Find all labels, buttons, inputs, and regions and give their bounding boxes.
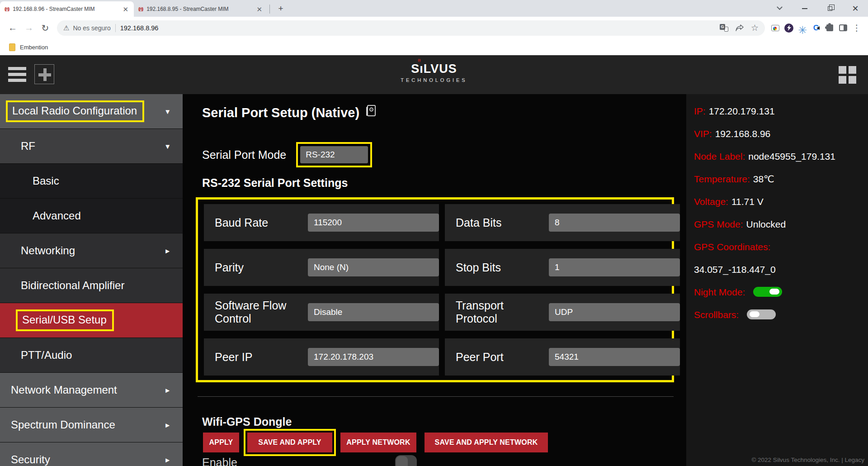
silvus-logo: Sı(•)LVUS TECHNOLOGIES <box>0 62 868 83</box>
baud-rate-select[interactable]: 115200 <box>308 214 439 232</box>
rs232-settings-grid: Baud Rate 115200 Data Bits 8 Parity None… <box>196 197 674 382</box>
status-row-gps-mode: GPS Mode:Unlocked <box>694 219 863 242</box>
copyright-footer: © 2022 Silvus Technologies, Inc. | Legac… <box>751 456 864 463</box>
apply-button[interactable]: APPLY <box>203 433 239 452</box>
wifi-gps-dongle-title: Wifi-GPS Dongle <box>202 415 292 428</box>
data-bits-select[interactable]: 8 <box>549 214 680 232</box>
status-row-night-mode: Night Mode: <box>694 287 863 309</box>
extensions-puzzle-icon[interactable] <box>823 20 836 36</box>
new-tab-button[interactable]: + <box>274 2 287 15</box>
status-row-gps-coordinates: GPS Coordinates: <box>694 242 863 264</box>
sidebar-item-networking[interactable]: Networking ► <box>0 233 183 268</box>
status-row-vip: VIP:192.168.8.96 <box>694 128 863 151</box>
status-row-temperature: Temperature:38℃ <box>694 174 863 196</box>
page-title: Serial Port Setup (Native) <box>202 105 376 120</box>
transport-protocol-select[interactable]: UDP <box>549 303 680 321</box>
enable-label: Enable <box>202 456 237 466</box>
tab-2[interactable]: ((•)) 192.168.8.95 - StreamCaster MIM ✕ <box>134 1 268 17</box>
reload-icon[interactable]: ↻ <box>37 20 53 36</box>
save-and-apply-network-button[interactable]: SAVE AND APPLY NETWORK <box>425 433 548 452</box>
browser-window: ((•)) 192.168.8.96 - StreamCaster MIM ✕ … <box>0 0 868 466</box>
sidebar-item-ptt-audio[interactable]: PTT/Audio <box>0 338 183 373</box>
serial-port-mode-select[interactable]: RS-232 <box>300 146 368 163</box>
bookmark-favicon-icon <box>9 43 15 51</box>
tab-search-chevron-icon[interactable] <box>767 0 792 17</box>
sidebar-item-serial-usb-setup[interactable]: Serial/USB Setup <box>0 303 183 338</box>
security-label: No es seguro <box>73 24 110 32</box>
peer-ip-input[interactable]: 172.20.178.203 <box>308 348 439 366</box>
forward-icon[interactable]: → <box>21 20 37 36</box>
scrollbars-toggle[interactable] <box>747 309 776 319</box>
snowflake-extension-icon[interactable]: ✳ <box>796 20 809 36</box>
warning-icon: ⚠ <box>63 24 69 32</box>
side-panel-icon[interactable] <box>836 20 850 36</box>
stop-bits-select[interactable]: 1 <box>549 258 680 276</box>
screenshot-extension-icon[interactable] <box>769 20 782 36</box>
sidebar-item-network-management[interactable]: Network Management ► <box>0 373 183 408</box>
radio-favicon-icon: ((•)) <box>5 7 9 11</box>
tab-title: 192.168.8.96 - StreamCaster MIM <box>13 6 118 12</box>
address-separator <box>115 24 116 32</box>
share-icon[interactable] <box>736 24 744 32</box>
night-mode-toggle[interactable] <box>753 287 782 297</box>
parity-select[interactable]: None (N) <box>308 258 439 276</box>
status-row-voltage: Voltage:11.71 V <box>694 196 863 219</box>
bookmark-item[interactable]: Embention <box>20 44 48 51</box>
field-peer-ip: Peer IP 172.20.178.203 <box>204 338 439 376</box>
back-icon[interactable]: ← <box>5 20 21 36</box>
c-extension-icon[interactable]: C <box>809 20 823 36</box>
bookmarks-bar: Embention <box>0 39 868 55</box>
status-panel: IP:172.20.179.131 VIP:192.168.8.96 Node … <box>686 94 868 466</box>
main-content: Serial Port Setup (Native) Serial Port M… <box>183 94 686 466</box>
field-peer-port: Peer Port 54321 <box>445 338 680 376</box>
tab-separator <box>269 5 270 14</box>
radio-wave-icon: (•) <box>418 58 420 62</box>
restore-icon[interactable] <box>817 0 843 17</box>
chevron-right-icon: ► <box>164 386 171 394</box>
sidebar-item-spectrum-dominance[interactable]: Spectrum Dominance ► <box>0 408 183 442</box>
radio-favicon-icon: ((•)) <box>138 7 143 11</box>
chevron-right-icon: ► <box>164 456 171 464</box>
save-and-apply-button[interactable]: SAVE AND APPLY <box>247 433 332 452</box>
enable-toggle[interactable] <box>395 455 417 466</box>
peer-port-input[interactable]: 54321 <box>549 348 680 366</box>
tab-close-icon[interactable]: ✕ <box>122 6 129 13</box>
sidebar-item-local-radio-configuration[interactable]: Local Radio Configuration ▼ <box>0 94 183 129</box>
tab-strip: ((•)) 192.168.8.96 - StreamCaster MIM ✕ … <box>0 0 868 17</box>
sidebar-item-security[interactable]: Security ► <box>0 442 183 466</box>
sidebar-item-bidirectional-amplifier[interactable]: Bidirectional Amplifier <box>0 268 183 303</box>
annotation-box: Local Radio Configuration <box>6 100 144 122</box>
sidebar-item-basic[interactable]: Basic <box>0 164 183 199</box>
translate-icon[interactable]: G <box>720 24 728 32</box>
section-divider <box>198 396 674 397</box>
minimize-icon[interactable] <box>792 0 817 17</box>
serial-port-mode-label: Serial Port Mode <box>202 148 286 162</box>
field-software-flow-control: Software Flow Control Disable <box>204 294 439 331</box>
status-row-node-label: Node Label:node45955_179.131 <box>694 151 863 174</box>
annotation-box: RS-232 <box>296 142 372 167</box>
url-text: 192.168.8.96 <box>120 24 159 32</box>
chevron-right-icon: ► <box>164 421 171 429</box>
window-controls: ✕ <box>767 0 868 17</box>
field-parity: Parity None (N) <box>204 249 439 286</box>
chevron-down-icon: ▼ <box>164 143 171 150</box>
chevron-down-icon: ▼ <box>164 108 171 115</box>
browser-menu-icon[interactable]: ⋮ <box>850 20 863 36</box>
software-flow-control-select[interactable]: Disable <box>308 303 439 321</box>
address-bar[interactable]: ⚠ No es seguro 192.168.8.96 G ☆ <box>57 20 765 36</box>
bookmark-star-icon[interactable]: ☆ <box>751 23 759 33</box>
dashboard-grid-icon[interactable] <box>839 66 856 84</box>
rs232-settings-title: RS-232 Serial Port Settings <box>202 176 348 190</box>
sidebar-item-advanced[interactable]: Advanced <box>0 199 183 233</box>
apply-network-button[interactable]: APPLY NETWORK <box>340 433 416 452</box>
action-button-bar: APPLY SAVE AND APPLY APPLY NETWORK SAVE … <box>183 433 686 452</box>
tab-close-icon[interactable]: ✕ <box>255 6 263 13</box>
help-doc-icon[interactable] <box>366 105 376 120</box>
serial-port-mode-row: Serial Port Mode RS-232 <box>202 142 372 167</box>
field-data-bits: Data Bits 8 <box>445 204 680 241</box>
tab-1[interactable]: ((•)) 192.168.8.96 - StreamCaster MIM ✕ <box>0 1 134 17</box>
annotation-box: Serial/USB Setup <box>16 309 114 331</box>
darkmode-extension-icon[interactable] <box>782 20 796 36</box>
close-icon[interactable]: ✕ <box>843 0 868 17</box>
sidebar-item-rf[interactable]: RF ▼ <box>0 129 183 164</box>
